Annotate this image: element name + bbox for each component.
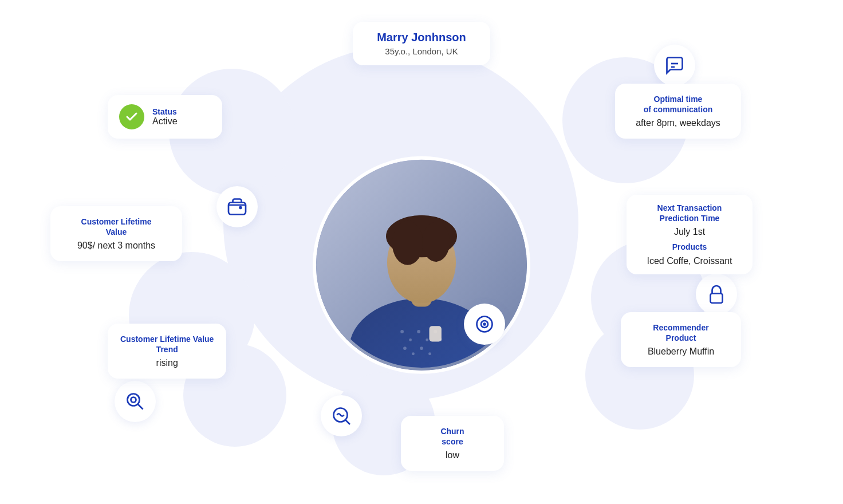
status-label: Status [152, 107, 178, 116]
svg-point-22 [131, 397, 136, 403]
svg-point-28 [484, 324, 486, 325]
churn-analyze-icon-circle [321, 395, 362, 436]
products-label: Products [639, 242, 740, 252]
svg-rect-19 [229, 203, 246, 215]
next-tx-value: July 1st [639, 227, 740, 237]
clv-trend-value: rising [120, 358, 214, 368]
portrait-circle [313, 156, 530, 374]
recommender-label: RecommenderProduct [633, 322, 728, 343]
svg-point-10 [417, 330, 420, 333]
search-analyze-icon-circle [115, 381, 156, 422]
next-tx-label: Next TransactionPrediction Time [639, 203, 740, 223]
recommender-value: Blueberry Muffin [633, 346, 728, 357]
svg-rect-18 [430, 326, 442, 341]
status-check-icon [119, 104, 144, 129]
optimal-time-value: after 8pm, weekdays [628, 118, 728, 128]
clv-trend-label: Customer Lifetime ValueTrend [120, 334, 214, 355]
svg-point-20 [128, 394, 140, 406]
svg-line-21 [138, 404, 143, 410]
svg-line-30 [346, 420, 350, 425]
clv-trend-card: Customer Lifetime ValueTrend rising [108, 324, 226, 379]
wallet-icon-circle [216, 186, 258, 227]
svg-point-8 [400, 330, 404, 333]
svg-point-14 [403, 346, 407, 350]
status-value: Active [152, 116, 178, 127]
churn-label: Churnscore [413, 426, 491, 447]
svg-point-11 [426, 338, 428, 341]
churn-card: Churnscore low [401, 416, 504, 471]
lock-icon-circle [696, 274, 737, 315]
status-text-group: Status Active [152, 107, 178, 127]
svg-rect-25 [711, 294, 723, 304]
clv-label: Customer LifetimeValue [63, 216, 170, 237]
target-icon-circle [464, 304, 505, 345]
person-age-location: 35y.o., London, UK [369, 46, 474, 56]
products-section: Products Iced Coffe, Croissant [639, 242, 740, 266]
svg-point-17 [428, 352, 431, 355]
optimal-time-card: Optimal timeof communication after 8pm, … [615, 84, 741, 139]
products-value: Iced Coffe, Croissant [639, 256, 740, 266]
scene: Marry Jonhnson 35y.o., London, UK Status… [0, 0, 843, 504]
svg-point-7 [422, 222, 450, 262]
next-tx-section: Next TransactionPrediction Time July 1st [639, 203, 740, 237]
chat-icon-circle [654, 45, 695, 86]
clv-value: 90$/ next 3 months [63, 241, 170, 251]
person-name: Marry Jonhnson [369, 31, 474, 44]
svg-point-15 [412, 352, 415, 355]
svg-point-9 [409, 338, 412, 341]
recommender-card: RecommenderProduct Blueberry Muffin [621, 312, 741, 367]
optimal-time-label: Optimal timeof communication [628, 94, 728, 115]
svg-point-6 [392, 220, 423, 265]
status-card: Status Active [108, 95, 222, 139]
churn-value: low [413, 450, 491, 460]
name-card: Marry Jonhnson 35y.o., London, UK [353, 22, 490, 65]
next-transaction-card: Next TransactionPrediction Time July 1st… [627, 195, 753, 274]
svg-point-16 [420, 346, 423, 350]
clv-card: Customer LifetimeValue 90$/ next 3 month… [50, 206, 182, 261]
